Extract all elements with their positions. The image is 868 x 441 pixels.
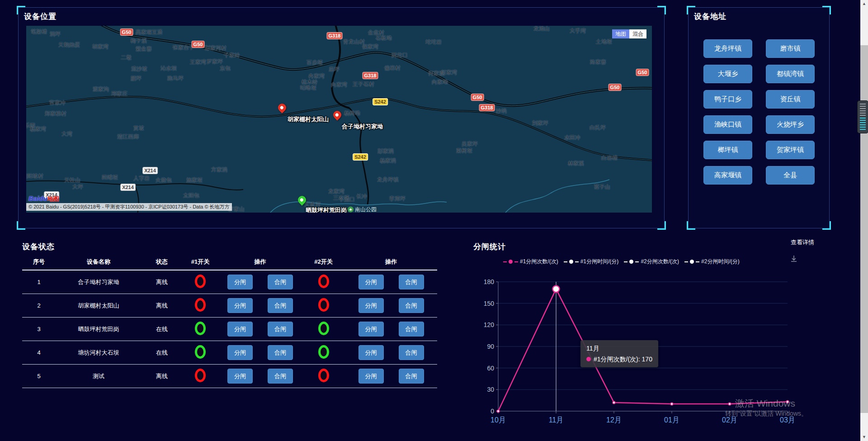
open-switch-button[interactable]: 分闸	[227, 369, 253, 384]
download-icon[interactable]	[789, 254, 798, 265]
open-switch-button[interactable]: 分闸	[359, 298, 384, 313]
corner-decoration	[687, 221, 695, 230]
switch2-indicator-red-icon	[318, 298, 329, 312]
map-place-label: 官家冲	[49, 99, 66, 107]
baidu-map[interactable]: 笔架槽洞坪天鹅抱蛋胡家湾高家堰互通梅子溪紫金寨二墩流沙坡腰坪渡家沟邓家庄张家台子…	[26, 26, 652, 213]
legend-item[interactable]: #1分闸次数/(次)	[503, 258, 558, 266]
close-switch-button[interactable]: 合闸	[399, 322, 424, 337]
map-place-label: 跑马坪	[167, 75, 184, 82]
map-pin-label: 合子坳村习家坳	[342, 123, 383, 131]
map-place-label: 杨树坳	[344, 109, 360, 117]
close-switch-button[interactable]: 合闸	[268, 345, 293, 360]
table-row: 2胡家棚村太阳山离线分闸合闸分闸合闸	[22, 294, 437, 318]
open-switch-button[interactable]: 分闸	[227, 322, 253, 337]
svg-text:150: 150	[484, 300, 495, 307]
map-place-label: 大湾	[61, 130, 72, 138]
open-switch-button[interactable]: 分闸	[359, 345, 384, 360]
map-type-control: 地图 混合	[612, 29, 646, 38]
device-status: 离线	[142, 278, 182, 286]
device-location-title: 设备位置	[24, 11, 57, 22]
windows-activation-watermark: 激活 Windows	[735, 397, 795, 410]
row-index: 2	[22, 302, 56, 309]
address-button-贺家坪镇[interactable]: 贺家坪镇	[766, 141, 815, 159]
address-button-龙舟坪镇[interactable]: 龙舟坪镇	[703, 39, 752, 58]
address-button-资丘镇[interactable]: 资丘镇	[766, 90, 815, 109]
table-row: 1合子坳村习家坳离线分闸合闸分闸合闸	[22, 270, 437, 294]
close-switch-button[interactable]: 合闸	[399, 345, 424, 360]
operation-cell: 分闸合闸	[345, 298, 437, 313]
address-button-大堰乡[interactable]: 大堰乡	[703, 65, 752, 83]
open-switch-button[interactable]: 分闸	[359, 322, 384, 337]
map-place-label: 偏岩村	[384, 64, 401, 72]
map-place-label: 栗树垭	[456, 147, 472, 155]
legend-item[interactable]: #2分闸次数/(次)	[624, 258, 679, 266]
switch2-indicator-green-icon	[318, 345, 329, 359]
operation-cell: 分闸合闸	[218, 345, 302, 360]
map-place-label: 何家湾	[441, 69, 457, 76]
address-button-渔峡口镇[interactable]: 渔峡口镇	[703, 115, 752, 134]
close-switch-button[interactable]: 合闸	[268, 298, 293, 313]
map-place-label: 杨家湾	[30, 125, 46, 133]
road-badge-g50: G50	[636, 69, 649, 76]
scroll-down-icon[interactable]: ▼	[860, 433, 868, 441]
device-address-title: 设备地址	[694, 11, 726, 22]
device-status: 在线	[142, 349, 182, 357]
map-place-label: 太阳包	[183, 192, 199, 199]
road-badge-x214: X214	[142, 167, 158, 174]
scroll-widget[interactable]	[857, 100, 868, 133]
map-place-label: 石板坳	[376, 34, 392, 42]
table-row: 3晒鼓坪村荒田岗在线分闸合闸分闸合闸	[22, 318, 437, 341]
address-button-鸭子口乡[interactable]: 鸭子口乡	[703, 90, 752, 109]
map-place-label: 方家淌	[211, 166, 227, 174]
close-switch-button[interactable]: 合闸	[268, 322, 293, 337]
map-place-label: 侯家湾	[362, 43, 378, 51]
road-badge-g50: G50	[471, 94, 484, 101]
map-place-label: 莲子山	[594, 183, 610, 191]
svg-text:90: 90	[487, 343, 494, 350]
map-place-label: 王家湾	[190, 58, 206, 66]
open-switch-button[interactable]: 分闸	[227, 345, 253, 360]
address-button-全县[interactable]: 全县	[766, 166, 815, 185]
map-type-map-button[interactable]: 地图	[612, 29, 629, 38]
map-place-label: 千家岭	[224, 52, 240, 59]
map-place-label: 人字岩	[133, 175, 150, 182]
chart-tooltip: 11月 #1分闸次数/(次): 170	[580, 340, 658, 367]
close-switch-button[interactable]: 合闸	[399, 275, 424, 289]
address-button-火烧坪乡[interactable]: 火烧坪乡	[766, 115, 815, 134]
address-button-磨市镇[interactable]: 磨市镇	[766, 39, 815, 58]
open-switch-button[interactable]: 分闸	[227, 298, 253, 313]
map-place-label: 施家垭	[186, 176, 203, 184]
scroll-up-icon[interactable]: ▲	[860, 0, 868, 8]
close-switch-button[interactable]: 合闸	[399, 369, 424, 384]
operation-cell: 分闸合闸	[218, 369, 302, 384]
map-place-label: 咕噜垭	[300, 84, 316, 92]
open-switch-button[interactable]: 分闸	[359, 275, 384, 289]
legend-item[interactable]: #2分闸时间/(分)	[684, 258, 740, 266]
view-details-link[interactable]: 查看详情	[791, 238, 814, 247]
corner-decoration	[17, 221, 25, 230]
park-label: 南山公园	[355, 206, 377, 213]
tooltip-entry: #1分闸次数/(次): 170	[594, 355, 652, 364]
close-switch-button[interactable]: 合闸	[268, 275, 293, 289]
open-switch-button[interactable]: 分闸	[227, 275, 253, 289]
svg-text:180: 180	[484, 278, 495, 285]
map-place-label: 东包	[220, 65, 231, 72]
map-place-label: 洞坪	[50, 30, 61, 38]
address-button-榔坪镇[interactable]: 榔坪镇	[703, 141, 752, 159]
operation-cell: 分闸合闸	[345, 275, 437, 289]
map-place-label: 百步垭	[307, 59, 323, 66]
address-button-高家堰镇[interactable]: 高家堰镇	[703, 166, 752, 185]
map-place-label: 火烧包	[156, 176, 172, 184]
address-button-都镇湾镇[interactable]: 都镇湾镇	[766, 65, 815, 83]
close-switch-button[interactable]: 合闸	[268, 369, 293, 384]
open-switch-button[interactable]: 分闸	[359, 369, 384, 384]
map-type-hybrid-button[interactable]: 混合	[629, 29, 646, 38]
operation-cell: 分闸合闸	[345, 369, 437, 384]
row-index: 3	[22, 326, 56, 332]
map-place-label: 天鹅抱蛋	[58, 41, 80, 49]
road-badge-g318: G318	[363, 72, 378, 79]
legend-item[interactable]: #1分闸时间/(分)	[564, 258, 619, 266]
column-header: 序号	[22, 258, 56, 266]
trip-stats-title: 分闸统计	[473, 242, 506, 252]
close-switch-button[interactable]: 合闸	[399, 298, 424, 313]
